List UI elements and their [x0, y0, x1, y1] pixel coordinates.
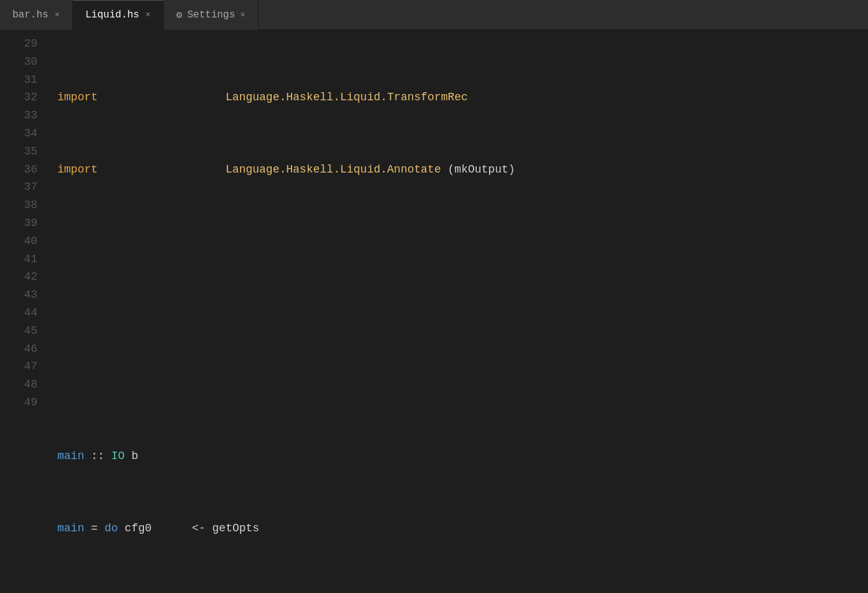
settings-icon: ⚙: [176, 9, 183, 21]
code-line-34: main :: IO b: [57, 447, 856, 465]
tab-bar-hs[interactable]: bar.hs ×: [0, 0, 73, 30]
code-line-29: import Language.Haskell.Liquid.Transform…: [57, 88, 856, 107]
code-content: import Language.Haskell.Liquid.Transform…: [45, 30, 868, 593]
code-line-31: [57, 232, 856, 250]
tab-liquid-hs[interactable]: Liquid.hs ×: [73, 0, 164, 30]
code-area: ◀ 29 30 31 32 33 34 35 36 37 38 39 40 41…: [0, 30, 868, 593]
code-line-35: main = do cfg0 <- getOpts: [57, 519, 856, 538]
tab-settings-label: Settings: [187, 9, 235, 21]
line-numbers: 29 30 31 32 33 34 35 36 37 38 39 40 41 4…: [0, 30, 45, 593]
tab-settings[interactable]: ⚙ Settings ×: [164, 0, 259, 30]
tab-liquid-hs-close[interactable]: ×: [145, 11, 150, 19]
tab-bar-hs-label: bar.hs: [12, 9, 49, 21]
tab-liquid-hs-label: Liquid.hs: [85, 9, 139, 21]
tab-settings-close[interactable]: ×: [240, 11, 245, 19]
code-line-33: [57, 376, 856, 394]
code-line-30: import Language.Haskell.Liquid.Annotate …: [57, 161, 856, 179]
code-line-32: [57, 304, 856, 322]
tab-bar-hs-close[interactable]: ×: [55, 11, 60, 19]
tab-bar: bar.hs × Liquid.hs × ⚙ Settings ×: [0, 0, 868, 30]
